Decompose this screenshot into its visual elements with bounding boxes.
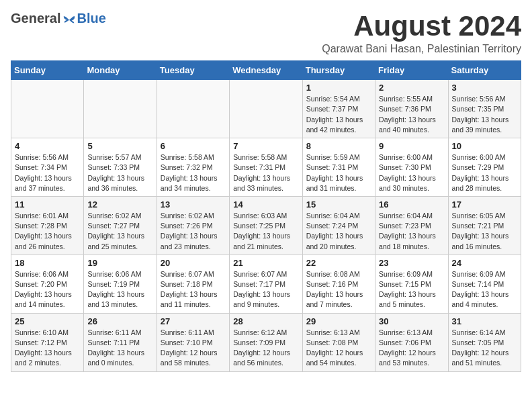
day-number: 17: [452, 199, 517, 210]
day-number: 6: [161, 141, 226, 151]
day-info: Sunrise: 6:00 AM Sunset: 7:30 PM Dayligh…: [379, 152, 444, 193]
day-number: 28: [233, 316, 298, 326]
day-info: Sunrise: 6:01 AM Sunset: 7:28 PM Dayligh…: [15, 211, 80, 252]
weekday-header-thursday: Thursday: [302, 61, 375, 80]
calendar-cell: 15Sunrise: 6:04 AM Sunset: 7:24 PM Dayli…: [302, 196, 375, 255]
day-number: 4: [15, 141, 80, 151]
day-info: Sunrise: 6:04 AM Sunset: 7:23 PM Dayligh…: [379, 211, 444, 252]
logo-blue: Blue: [77, 11, 105, 26]
calendar-week-1: 1Sunrise: 5:54 AM Sunset: 7:37 PM Daylig…: [11, 80, 521, 138]
calendar-cell: 22Sunrise: 6:08 AM Sunset: 7:16 PM Dayli…: [302, 255, 375, 313]
calendar-cell: [230, 80, 302, 138]
day-number: 27: [161, 316, 226, 326]
calendar-cell: 10Sunrise: 6:00 AM Sunset: 7:29 PM Dayli…: [448, 138, 521, 197]
weekday-header-tuesday: Tuesday: [157, 61, 229, 80]
calendar-cell: 2Sunrise: 5:55 AM Sunset: 7:36 PM Daylig…: [375, 80, 448, 138]
day-number: 7: [233, 141, 298, 151]
calendar-cell: 9Sunrise: 6:00 AM Sunset: 7:30 PM Daylig…: [375, 138, 448, 197]
day-number: 26: [87, 316, 152, 326]
day-number: 20: [161, 258, 226, 268]
calendar-cell: 1Sunrise: 5:54 AM Sunset: 7:37 PM Daylig…: [302, 80, 375, 138]
calendar-week-4: 18Sunrise: 6:06 AM Sunset: 7:20 PM Dayli…: [11, 255, 521, 313]
calendar-cell: 19Sunrise: 6:06 AM Sunset: 7:19 PM Dayli…: [84, 255, 157, 313]
day-number: 22: [306, 258, 371, 268]
calendar-week-3: 11Sunrise: 6:01 AM Sunset: 7:28 PM Dayli…: [11, 196, 521, 255]
day-info: Sunrise: 6:09 AM Sunset: 7:15 PM Dayligh…: [379, 269, 444, 310]
day-info: Sunrise: 6:13 AM Sunset: 7:06 PM Dayligh…: [379, 328, 444, 369]
calendar-week-2: 4Sunrise: 5:56 AM Sunset: 7:34 PM Daylig…: [11, 138, 521, 197]
day-info: Sunrise: 6:07 AM Sunset: 7:18 PM Dayligh…: [161, 269, 226, 310]
month-title: August 2024: [322, 11, 521, 42]
day-number: 24: [452, 258, 517, 268]
day-number: 29: [306, 316, 371, 326]
day-number: 18: [15, 258, 80, 268]
day-info: Sunrise: 5:55 AM Sunset: 7:36 PM Dayligh…: [379, 94, 444, 135]
calendar-cell: 23Sunrise: 6:09 AM Sunset: 7:15 PM Dayli…: [375, 255, 448, 313]
calendar-cell: 12Sunrise: 6:02 AM Sunset: 7:27 PM Dayli…: [84, 196, 157, 255]
day-info: Sunrise: 6:08 AM Sunset: 7:16 PM Dayligh…: [306, 269, 371, 310]
day-info: Sunrise: 6:02 AM Sunset: 7:27 PM Dayligh…: [87, 211, 152, 252]
day-info: Sunrise: 6:07 AM Sunset: 7:17 PM Dayligh…: [233, 269, 298, 310]
calendar-cell: 16Sunrise: 6:04 AM Sunset: 7:23 PM Dayli…: [375, 196, 448, 255]
day-info: Sunrise: 5:56 AM Sunset: 7:35 PM Dayligh…: [452, 94, 517, 135]
location: Qarawat Bani Hasan, Palestinian Territor…: [322, 43, 521, 55]
day-info: Sunrise: 6:09 AM Sunset: 7:14 PM Dayligh…: [452, 269, 517, 310]
day-info: Sunrise: 6:13 AM Sunset: 7:08 PM Dayligh…: [306, 328, 371, 369]
day-number: 5: [87, 141, 152, 151]
day-info: Sunrise: 6:00 AM Sunset: 7:29 PM Dayligh…: [452, 152, 517, 193]
day-info: Sunrise: 6:03 AM Sunset: 7:25 PM Dayligh…: [233, 211, 298, 252]
day-info: Sunrise: 5:59 AM Sunset: 7:31 PM Dayligh…: [306, 152, 371, 193]
calendar-cell: 13Sunrise: 6:02 AM Sunset: 7:26 PM Dayli…: [157, 196, 229, 255]
calendar-cell: 30Sunrise: 6:13 AM Sunset: 7:06 PM Dayli…: [375, 313, 448, 371]
calendar-cell: 11Sunrise: 6:01 AM Sunset: 7:28 PM Dayli…: [11, 196, 84, 255]
day-number: 2: [379, 83, 444, 93]
day-number: 13: [161, 199, 226, 210]
day-info: Sunrise: 5:56 AM Sunset: 7:34 PM Dayligh…: [15, 152, 80, 193]
day-info: Sunrise: 6:04 AM Sunset: 7:24 PM Dayligh…: [306, 211, 371, 252]
day-info: Sunrise: 6:06 AM Sunset: 7:20 PM Dayligh…: [15, 269, 80, 310]
calendar-cell: 8Sunrise: 5:59 AM Sunset: 7:31 PM Daylig…: [302, 138, 375, 197]
calendar-cell: 21Sunrise: 6:07 AM Sunset: 7:17 PM Dayli…: [230, 255, 302, 313]
logo: General Blue: [11, 11, 106, 26]
calendar-cell: 20Sunrise: 6:07 AM Sunset: 7:18 PM Dayli…: [157, 255, 229, 313]
day-number: 15: [306, 199, 371, 210]
day-number: 19: [87, 258, 152, 268]
weekday-header-sunday: Sunday: [11, 61, 84, 80]
day-number: 10: [452, 141, 517, 151]
day-number: 25: [15, 316, 80, 326]
day-number: 3: [452, 83, 517, 93]
day-info: Sunrise: 6:14 AM Sunset: 7:05 PM Dayligh…: [452, 328, 517, 369]
weekday-header-friday: Friday: [375, 61, 448, 80]
day-number: 16: [379, 199, 444, 210]
day-info: Sunrise: 6:12 AM Sunset: 7:09 PM Dayligh…: [233, 328, 298, 369]
weekday-header-monday: Monday: [84, 61, 157, 80]
day-number: 1: [306, 83, 371, 93]
day-info: Sunrise: 5:58 AM Sunset: 7:31 PM Dayligh…: [233, 152, 298, 193]
calendar-cell: 28Sunrise: 6:12 AM Sunset: 7:09 PM Dayli…: [230, 313, 302, 371]
calendar-cell: 4Sunrise: 5:56 AM Sunset: 7:34 PM Daylig…: [11, 138, 84, 197]
day-info: Sunrise: 5:58 AM Sunset: 7:32 PM Dayligh…: [161, 152, 226, 193]
logo-bird-icon: [62, 11, 77, 26]
day-number: 31: [452, 316, 517, 326]
page-header: General Blue August 2024 Qarawat Bani Ha…: [11, 11, 521, 55]
calendar-cell: 17Sunrise: 6:05 AM Sunset: 7:21 PM Dayli…: [448, 196, 521, 255]
day-info: Sunrise: 6:10 AM Sunset: 7:12 PM Dayligh…: [15, 328, 80, 369]
day-info: Sunrise: 6:05 AM Sunset: 7:21 PM Dayligh…: [452, 211, 517, 252]
day-info: Sunrise: 6:11 AM Sunset: 7:11 PM Dayligh…: [87, 328, 152, 369]
day-info: Sunrise: 6:02 AM Sunset: 7:26 PM Dayligh…: [161, 211, 226, 252]
day-number: 11: [15, 199, 80, 210]
calendar-cell: 6Sunrise: 5:58 AM Sunset: 7:32 PM Daylig…: [157, 138, 229, 197]
day-number: 14: [233, 199, 298, 210]
calendar-cell: 26Sunrise: 6:11 AM Sunset: 7:11 PM Dayli…: [84, 313, 157, 371]
calendar-cell: 5Sunrise: 5:57 AM Sunset: 7:33 PM Daylig…: [84, 138, 157, 197]
calendar-cell: 18Sunrise: 6:06 AM Sunset: 7:20 PM Dayli…: [11, 255, 84, 313]
day-info: Sunrise: 6:11 AM Sunset: 7:10 PM Dayligh…: [161, 328, 226, 369]
logo-general: General: [11, 11, 60, 26]
title-block: August 2024 Qarawat Bani Hasan, Palestin…: [322, 11, 521, 55]
calendar-cell: 27Sunrise: 6:11 AM Sunset: 7:10 PM Dayli…: [157, 313, 229, 371]
calendar-cell: [84, 80, 157, 138]
day-number: 9: [379, 141, 444, 151]
day-info: Sunrise: 5:57 AM Sunset: 7:33 PM Dayligh…: [87, 152, 152, 193]
day-number: 23: [379, 258, 444, 268]
weekday-header-wednesday: Wednesday: [230, 61, 302, 80]
